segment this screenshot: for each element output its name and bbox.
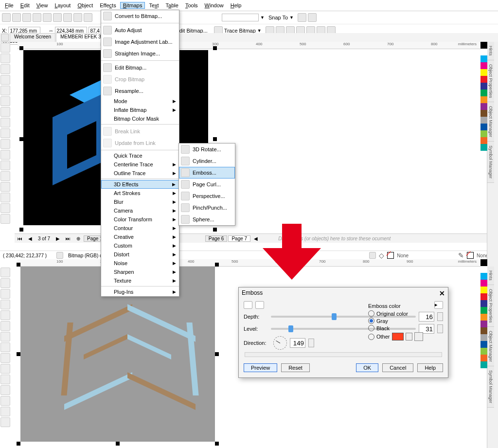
mi-noise[interactable]: Noise▶ <box>101 259 179 268</box>
palette-swatch[interactable] <box>480 144 487 151</box>
other-color-swatch[interactable] <box>392 333 404 340</box>
pick-tool-icon[interactable] <box>0 43 10 53</box>
palette-swatch[interactable] <box>480 103 487 110</box>
mi-art-strokes[interactable]: Art Strokes▶ <box>101 189 179 197</box>
palette-swatch[interactable] <box>480 348 487 355</box>
palette-swatch[interactable] <box>480 96 487 103</box>
menu-view[interactable]: View <box>34 2 51 9</box>
page-tab-6[interactable]: Page 6 <box>205 235 228 242</box>
mi-distort[interactable]: Distort▶ <box>101 250 179 259</box>
palette-swatch[interactable] <box>480 90 487 96</box>
tab-welcome[interactable]: Welcome Screen <box>10 33 55 42</box>
options-icon[interactable] <box>298 13 306 22</box>
close-icon[interactable]: ✕ <box>439 289 445 297</box>
palette-swatch[interactable] <box>480 334 487 341</box>
zoom-tool-icon[interactable] <box>0 75 10 85</box>
palette-swatch[interactable] <box>480 280 487 287</box>
palette-swatch[interactable] <box>480 76 487 83</box>
new-icon[interactable] <box>2 13 11 22</box>
rectangle-tool-icon[interactable] <box>0 107 10 117</box>
preview-single-icon[interactable] <box>244 301 252 309</box>
save-icon[interactable] <box>22 13 31 22</box>
menu-bitmaps[interactable]: Bitmaps <box>120 2 145 9</box>
menu-tools[interactable]: Tools <box>182 2 201 9</box>
page-scroll-left[interactable]: ◀ <box>251 236 261 241</box>
preview-button[interactable]: Preview <box>244 363 277 372</box>
text-tool-icon[interactable] <box>0 364 10 374</box>
paste-icon[interactable] <box>63 13 72 22</box>
artistic-media-icon[interactable] <box>0 321 10 331</box>
menu-layout[interactable]: Layout <box>52 2 73 9</box>
outline-tool-icon[interactable] <box>0 203 10 213</box>
palette-swatch[interactable] <box>480 300 487 307</box>
palette-swatch[interactable] <box>480 137 487 144</box>
smi-pinch-punch[interactable]: Pinch/Punch... <box>179 202 235 214</box>
mi-convert-to-bitmap[interactable]: Convert to Bitmap... <box>101 10 179 22</box>
mi-texture[interactable]: Texture▶ <box>101 276 179 285</box>
table-tool-icon[interactable] <box>0 375 10 384</box>
shape-tool-icon[interactable] <box>0 54 10 63</box>
freehand-tool-icon[interactable] <box>0 310 10 320</box>
page-tab-7[interactable]: Page 7 <box>228 235 250 242</box>
text-tool-icon[interactable] <box>0 139 10 149</box>
palette-swatch[interactable] <box>480 49 487 55</box>
mi-bitmap-color-mask[interactable]: Bitmap Color Mask <box>101 114 179 123</box>
direction-input[interactable] <box>290 338 305 348</box>
mi-inflate-bitmap[interactable]: Inflate Bitmap▶ <box>101 106 179 114</box>
launch-icon[interactable] <box>308 13 317 22</box>
polygon-tool-icon[interactable] <box>0 353 10 363</box>
help-button[interactable]: Help <box>417 363 443 372</box>
palette-swatch[interactable] <box>480 361 487 368</box>
palette-swatch[interactable] <box>480 55 487 62</box>
menu-text[interactable]: Text <box>146 2 161 9</box>
polygon-tool-icon[interactable] <box>0 128 10 138</box>
play-icon[interactable] <box>56 252 63 259</box>
menu-help[interactable]: Help <box>228 2 245 9</box>
mi-custom[interactable]: Custom▶ <box>101 241 179 250</box>
docker-object-manager[interactable]: Object Manager <box>487 327 494 366</box>
radio-other[interactable]: Other <box>368 332 441 341</box>
freehand-tool-icon[interactable] <box>0 86 10 95</box>
print-icon[interactable] <box>33 13 41 22</box>
connector-tool-icon[interactable] <box>0 171 10 181</box>
undo-icon[interactable] <box>73 13 82 22</box>
reset-button[interactable]: Reset <box>281 363 310 372</box>
dialog-scrollbar[interactable] <box>245 352 442 357</box>
eyedropper-icon[interactable] <box>414 332 423 341</box>
smi-sphere[interactable]: Sphere... <box>179 214 235 225</box>
radio-gray[interactable]: Gray <box>368 318 441 324</box>
dropper-tool-icon[interactable] <box>0 193 10 202</box>
mi-image-adjustment-lab[interactable]: Image Adjustment Lab... <box>101 36 179 48</box>
ok-button[interactable]: OK <box>356 363 378 372</box>
connector-tool-icon[interactable] <box>0 396 10 406</box>
pick-tool-icon[interactable] <box>1 34 9 41</box>
dropper-tool-icon[interactable] <box>0 417 10 427</box>
docker-object-properties[interactable]: Object Properties <box>487 285 494 327</box>
table-tool-icon[interactable] <box>0 150 10 160</box>
radio-original-color[interactable]: Original color <box>368 310 441 317</box>
palette-swatch[interactable] <box>480 355 487 361</box>
rectangle-tool-icon[interactable] <box>0 332 10 341</box>
docker-symbol-manager[interactable]: Symbol Manager <box>487 366 494 408</box>
mi-straighten-image[interactable]: Straighten Image... <box>101 48 179 59</box>
palette-swatch[interactable] <box>480 83 487 90</box>
smi-emboss[interactable]: Emboss... <box>179 167 235 179</box>
direction-dial[interactable] <box>273 336 287 350</box>
artistic-media-icon[interactable] <box>0 96 10 106</box>
palette-swatch[interactable] <box>480 287 487 293</box>
docker-hints[interactable]: Hints <box>487 42 494 60</box>
smi-3d-rotate[interactable]: 3D Rotate... <box>179 143 235 155</box>
snap-to-dropdown[interactable]: Snap To ▼ <box>266 14 296 21</box>
menu-window[interactable]: Window <box>202 2 227 9</box>
palette-swatch[interactable] <box>480 130 487 137</box>
ellipse-tool-icon[interactable] <box>0 118 10 127</box>
mi-camera[interactable]: Camera▶ <box>101 206 179 215</box>
interactive-fill-icon[interactable] <box>0 182 10 192</box>
mi-plugins[interactable]: Plug-Ins▶ <box>101 287 179 296</box>
menu-edit[interactable]: Edit <box>18 2 33 9</box>
palette-swatch[interactable] <box>480 266 487 273</box>
zoom-tool-icon[interactable] <box>0 300 10 309</box>
palette-swatch[interactable] <box>480 110 487 117</box>
mi-creative[interactable]: Creative▶ <box>101 233 179 241</box>
mi-quick-trace[interactable]: Quick Trace <box>101 151 179 160</box>
